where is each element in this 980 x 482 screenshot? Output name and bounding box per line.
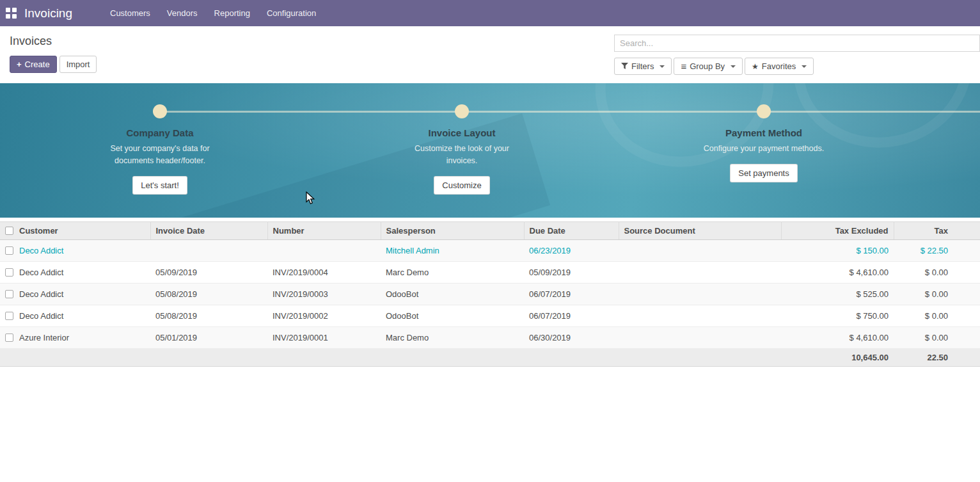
table-body: Deco Addict Mitchell Admin 06/23/2019 $ … xyxy=(0,240,980,349)
cell-number[interactable]: INV/2019/0002 xyxy=(267,305,381,327)
total-tax: 22.50 xyxy=(894,349,980,367)
cell-salesperson[interactable]: Marc Demo xyxy=(381,327,524,349)
cell-due-date[interactable]: 06/07/2019 xyxy=(524,305,619,327)
step-description: Set your company's data for documents he… xyxy=(96,143,224,167)
onboarding-step-invoice-layout: Invoice Layout Customize the look of you… xyxy=(366,104,558,195)
column-header-due-date[interactable]: Due Date xyxy=(524,222,619,240)
apps-menu-icon[interactable] xyxy=(6,8,17,19)
cell-salesperson[interactable]: Mitchell Admin xyxy=(381,240,524,262)
cell-tax-excluded[interactable]: $ 4,610.00 xyxy=(781,327,894,349)
cell-tax[interactable]: $ 0.00 xyxy=(894,284,980,305)
cell-customer[interactable]: Deco Addict xyxy=(14,262,150,284)
cell-customer[interactable]: Azure Interior xyxy=(14,327,150,349)
row-select-cell xyxy=(0,305,14,327)
step-dot-icon xyxy=(455,104,469,118)
import-button[interactable]: Import xyxy=(59,56,97,73)
row-checkbox[interactable] xyxy=(5,246,13,255)
cell-number[interactable] xyxy=(267,240,381,262)
caret-down-icon xyxy=(802,65,807,68)
cell-tax[interactable]: $ 0.00 xyxy=(894,305,980,327)
cell-tax[interactable]: $ 0.00 xyxy=(894,327,980,349)
cell-source-document[interactable] xyxy=(619,284,781,305)
group-by-button[interactable]: ≡ Group By xyxy=(674,58,743,75)
lets-start-button[interactable]: Let's start! xyxy=(132,176,187,195)
cell-number[interactable]: INV/2019/0001 xyxy=(267,327,381,349)
row-select-cell xyxy=(0,284,14,305)
control-panel-right: Filters ≡ Group By ★ Favorites xyxy=(614,35,980,83)
cell-invoice-date[interactable]: 05/08/2019 xyxy=(150,284,267,305)
set-payments-button[interactable]: Set payments xyxy=(730,164,798,182)
column-header-tax[interactable]: Tax xyxy=(894,222,980,240)
search-input[interactable] xyxy=(614,35,980,52)
cell-source-document[interactable] xyxy=(619,305,781,327)
nav-reporting[interactable]: Reporting xyxy=(206,0,258,26)
row-checkbox[interactable] xyxy=(5,333,13,342)
cell-salesperson[interactable]: OdooBot xyxy=(381,305,524,327)
totals-row: 10,645.00 22.50 xyxy=(0,349,980,367)
cell-salesperson[interactable]: Marc Demo xyxy=(381,262,524,284)
cell-tax-excluded[interactable]: $ 4,610.00 xyxy=(781,262,894,284)
table-row[interactable]: Azure Interior 05/01/2019 INV/2019/0001 … xyxy=(0,327,980,349)
row-select-cell xyxy=(0,262,14,284)
cell-customer[interactable]: Deco Addict xyxy=(14,284,150,305)
filter-icon xyxy=(621,63,628,70)
cell-due-date[interactable]: 05/09/2019 xyxy=(524,262,619,284)
cell-customer[interactable]: Deco Addict xyxy=(14,240,150,262)
cell-source-document[interactable] xyxy=(619,327,781,349)
cell-number[interactable]: INV/2019/0004 xyxy=(267,262,381,284)
app-title[interactable]: Invoicing xyxy=(24,6,72,20)
column-header-tax-excluded[interactable]: Tax Excluded xyxy=(781,222,894,240)
cell-invoice-date[interactable]: 05/09/2019 xyxy=(150,262,267,284)
cell-salesperson[interactable]: OdooBot xyxy=(381,284,524,305)
table-row[interactable]: Deco Addict 05/09/2019 INV/2019/0004 Mar… xyxy=(0,262,980,284)
table-row[interactable]: Deco Addict 05/08/2019 INV/2019/0003 Odo… xyxy=(0,284,980,305)
select-all-cell xyxy=(0,222,14,240)
column-header-invoice-date[interactable]: Invoice Date xyxy=(150,222,267,240)
step-description: Configure your payment methods. xyxy=(700,143,828,155)
totals-spacer xyxy=(0,349,781,367)
cell-tax[interactable]: $ 22.50 xyxy=(894,240,980,262)
customize-button[interactable]: Customize xyxy=(434,176,489,195)
cell-tax[interactable]: $ 0.00 xyxy=(894,262,980,284)
total-tax-excluded: 10,645.00 xyxy=(781,349,894,367)
table-row[interactable]: Deco Addict 05/08/2019 INV/2019/0002 Odo… xyxy=(0,305,980,327)
cell-source-document[interactable] xyxy=(619,240,781,262)
nav-configuration[interactable]: Configuration xyxy=(258,0,324,26)
group-by-button-label: Group By xyxy=(690,61,725,71)
group-by-icon: ≡ xyxy=(681,63,686,70)
cell-due-date[interactable]: 06/23/2019 xyxy=(524,240,619,262)
step-title: Company Data xyxy=(64,127,256,138)
row-checkbox[interactable] xyxy=(5,290,13,298)
invoicing-app-screen: Invoicing Customers Vendors Reporting Co… xyxy=(0,0,980,482)
row-checkbox[interactable] xyxy=(5,312,13,320)
column-header-salesperson[interactable]: Salesperson xyxy=(381,222,524,240)
cell-invoice-date[interactable]: 05/01/2019 xyxy=(150,327,267,349)
cell-due-date[interactable]: 06/07/2019 xyxy=(524,284,619,305)
import-button-label: Import xyxy=(67,60,90,69)
onboarding-step-company-data: Company Data Set your company's data for… xyxy=(64,104,256,195)
column-header-customer[interactable]: Customer xyxy=(14,222,150,240)
create-button-label: Create xyxy=(25,60,50,69)
favorites-button[interactable]: ★ Favorites xyxy=(745,58,814,75)
cell-invoice-date[interactable] xyxy=(150,240,267,262)
cell-number[interactable]: INV/2019/0003 xyxy=(267,284,381,305)
column-header-source-document[interactable]: Source Document xyxy=(619,222,781,240)
create-button[interactable]: + Create xyxy=(10,56,57,73)
column-header-number[interactable]: Number xyxy=(267,222,381,240)
select-all-checkbox[interactable] xyxy=(5,227,13,235)
cell-tax-excluded[interactable]: $ 525.00 xyxy=(781,284,894,305)
cell-tax-excluded[interactable]: $ 750.00 xyxy=(781,305,894,327)
cell-due-date[interactable]: 06/30/2019 xyxy=(524,327,619,349)
favorites-star-icon: ★ xyxy=(752,63,759,70)
cell-invoice-date[interactable]: 05/08/2019 xyxy=(150,305,267,327)
cell-tax-excluded[interactable]: $ 150.00 xyxy=(781,240,894,262)
cell-source-document[interactable] xyxy=(619,262,781,284)
nav-vendors[interactable]: Vendors xyxy=(159,0,206,26)
filters-button[interactable]: Filters xyxy=(614,58,672,75)
nav-customers[interactable]: Customers xyxy=(102,0,159,26)
cell-customer[interactable]: Deco Addict xyxy=(14,305,150,327)
step-dot-icon xyxy=(153,104,167,118)
table-row[interactable]: Deco Addict Mitchell Admin 06/23/2019 $ … xyxy=(0,240,980,262)
row-checkbox[interactable] xyxy=(5,268,13,277)
top-navbar: Invoicing Customers Vendors Reporting Co… xyxy=(0,0,980,26)
